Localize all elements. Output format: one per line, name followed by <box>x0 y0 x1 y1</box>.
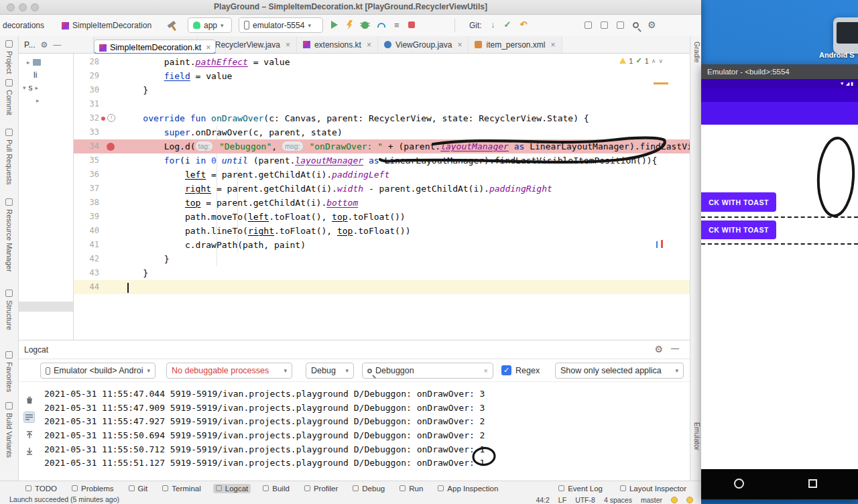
tool-stripe-gradle[interactable]: Gradle <box>692 42 702 63</box>
build-hammer-icon[interactable] <box>168 21 176 28</box>
next-issue-icon[interactable]: ∨ <box>658 58 663 64</box>
git-rollback-button[interactable]: ↶ <box>519 20 527 29</box>
tab-close-icon[interactable]: × <box>551 40 556 50</box>
git-branch[interactable]: master <box>641 496 662 504</box>
override-marker-icon[interactable]: ↑ <box>107 114 115 122</box>
line-number[interactable]: 35 <box>74 153 103 168</box>
logcat-line[interactable]: 2021-05-31 11:55:50.712 5919-5919/ivan.p… <box>44 443 688 457</box>
tab-close-icon[interactable]: × <box>457 40 462 50</box>
statusbar-profiler[interactable]: Profiler <box>302 484 341 493</box>
statusbar-app-inspection[interactable]: App Inspection <box>435 484 501 493</box>
project-tree-row[interactable]: ▾s▸ <box>19 81 73 94</box>
line-number[interactable]: 41 <box>74 238 103 252</box>
tool-stripe-favorites[interactable]: Favorites <box>0 351 18 392</box>
statusbar-terminal[interactable]: Terminal <box>160 484 203 493</box>
titlebar[interactable]: PlayGround – SimpleItemDecoration.kt [Pl… <box>0 0 701 15</box>
code-line-33[interactable]: 33super.onDrawOver(c, parent, state) <box>74 125 690 139</box>
breakpoint-icon[interactable] <box>107 143 115 151</box>
code-line-35[interactable]: 35for(i in 0 until (parent.layoutManager… <box>74 153 690 168</box>
code-line-40[interactable]: 40path.lineTo(right.toFloat(), top.toFlo… <box>74 224 690 238</box>
statusbar-git[interactable]: Git <box>126 484 151 493</box>
more-actions-icon[interactable]: ≡ <box>394 21 400 29</box>
home-button[interactable] <box>734 479 744 489</box>
method-breakpoint-dot-icon[interactable] <box>101 117 105 121</box>
line-number[interactable]: 36 <box>74 168 103 182</box>
file-encoding[interactable]: UTF-8 <box>575 496 595 504</box>
code-line-41[interactable]: 41c.drawPath(path, paint) <box>74 238 690 252</box>
breadcrumb[interactable]: decorations <box>3 21 44 30</box>
logcat-search-input[interactable]: Debuggon × <box>362 363 493 379</box>
logcat-level-select[interactable]: Debug ▾ <box>306 363 354 379</box>
hide-panel-icon[interactable]: — <box>53 40 61 50</box>
statusbar-layout-inspector[interactable]: Layout Inspector <box>617 484 689 493</box>
code-editor[interactable]: 28paint.pathEffect = value29field = valu… <box>74 54 690 340</box>
device-select[interactable]: emulator-5554 ▾ <box>239 17 323 33</box>
line-number[interactable]: 30 <box>74 83 103 97</box>
logcat-header[interactable]: Logcat ⚙ — <box>19 340 690 359</box>
debug-button[interactable] <box>361 21 369 29</box>
tree-chevron-icon[interactable]: ▸ <box>36 97 40 104</box>
line-number[interactable]: 33 <box>74 125 103 139</box>
tree-chevron-icon[interactable]: ▾ <box>23 84 26 91</box>
code-line-30[interactable]: 30} <box>74 83 690 97</box>
avd-manager-icon[interactable] <box>617 21 624 29</box>
logcat-filter-select[interactable]: Show only selected applica ▾ <box>555 363 684 379</box>
tab-item-person-xml[interactable]: item_person.xml× <box>469 36 562 53</box>
line-number[interactable]: 32 <box>74 111 103 125</box>
clear-logcat-button[interactable] <box>23 394 35 405</box>
project-panel[interactable]: ▸li▾s▸▸ <box>19 54 74 340</box>
tree-chevron-icon[interactable]: ▸ <box>36 84 39 91</box>
recents-button[interactable] <box>808 479 817 488</box>
feedback-sad-icon[interactable] <box>686 497 693 503</box>
statusbar-logcat[interactable]: Logcat <box>213 484 251 493</box>
run-button[interactable] <box>331 21 338 29</box>
tool-stripe-structure[interactable]: Structure <box>0 290 18 330</box>
block-with-toast-button-1[interactable]: CK WITH TOAST <box>701 192 776 212</box>
settings-gear-icon[interactable]: ⚙ <box>648 20 656 29</box>
statusbar-todo[interactable]: TODO <box>23 484 60 493</box>
logcat-line[interactable]: 2021-05-31 11:55:51.127 5919-5919/ivan.p… <box>44 456 688 470</box>
code-line-44[interactable]: 44 <box>74 280 690 294</box>
logcat-output[interactable]: 2021-05-31 11:55:47.044 5919-5919/ivan.p… <box>44 385 688 470</box>
tab-viewgroup-java[interactable]: ViewGroup.java× <box>378 36 469 53</box>
tool-stripe-resource-manager[interactable]: Resource Manager <box>0 198 18 272</box>
tab-close-icon[interactable]: × <box>367 40 371 50</box>
statusbar-event-log[interactable]: Event Log <box>556 484 605 493</box>
line-number[interactable]: 39 <box>74 210 103 224</box>
logcat-device-select[interactable]: Emulator <build> Androi ▾ <box>40 363 156 379</box>
logcat-settings-gear-icon[interactable]: ⚙ <box>654 344 663 354</box>
logcat-line[interactable]: 2021-05-31 11:55:47.909 5919-5919/ivan.p… <box>44 401 688 416</box>
project-tree-row[interactable]: ▸ <box>19 94 73 107</box>
clear-search-icon[interactable]: × <box>484 367 488 375</box>
line-separator[interactable]: LF <box>558 496 566 504</box>
tool-stripe-commit[interactable]: Commit <box>0 79 18 115</box>
line-number[interactable]: 28 <box>74 55 103 69</box>
apply-changes-button[interactable] <box>347 20 353 29</box>
tab-close-icon[interactable]: × <box>286 40 290 50</box>
code-line-29[interactable]: 29field = value <box>74 69 690 83</box>
statusbar-run[interactable]: Run <box>397 484 426 493</box>
tab-extensions-kt[interactable]: extensions.kt× <box>297 36 378 53</box>
line-number[interactable]: 42 <box>74 252 103 266</box>
logcat-line[interactable]: 2021-05-31 11:55:50.694 5919-5919/ivan.p… <box>44 429 688 443</box>
statusbar-build[interactable]: Build <box>260 484 292 493</box>
code-line-28[interactable]: 28paint.pathEffect = value <box>74 55 690 69</box>
breadcrumb-file[interactable]: SimpleItemDecoration <box>72 21 151 30</box>
statusbar-problems[interactable]: Problems <box>69 484 117 493</box>
regex-checkbox[interactable]: ✓ Regex <box>501 365 540 375</box>
code-line-36[interactable]: 36left = parent.getChildAt(i).paddingLef… <box>74 168 690 182</box>
run-configuration-select[interactable]: app ▾ <box>188 17 232 33</box>
code-line-38[interactable]: 38top = parent.getChildAt(i).bottom <box>74 196 690 210</box>
tool-stripe-pull-requests[interactable]: Pull Requests <box>0 129 18 185</box>
logcat-line[interactable]: 2021-05-31 11:55:47.044 5919-5919/ivan.p… <box>44 387 688 401</box>
line-number[interactable]: 31 <box>74 97 103 111</box>
statusbar-debug[interactable]: Debug <box>350 484 387 493</box>
code-line-39[interactable]: 39path.moveTo(left.toFloat(), top.toFloa… <box>74 210 690 224</box>
inspections-widget[interactable]: 1 ✓ 1 ∧ ∨ <box>619 56 663 65</box>
code-line-31[interactable]: 31 <box>74 97 690 111</box>
project-options-gear-icon[interactable]: ⚙ <box>40 40 48 50</box>
tree-chevron-icon[interactable]: ▸ <box>27 59 30 66</box>
line-number[interactable]: 38 <box>74 196 103 210</box>
project-tree-row[interactable]: ▸ <box>19 56 73 68</box>
line-number[interactable]: 44 <box>74 280 103 294</box>
